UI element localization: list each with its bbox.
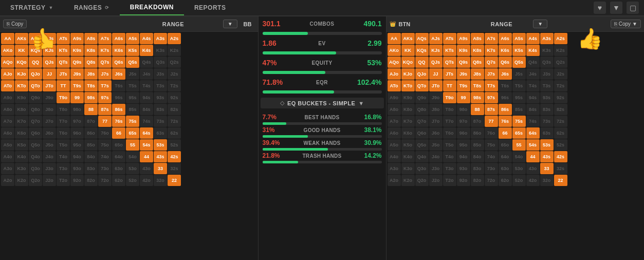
hand-cell[interactable]: J4o bbox=[429, 151, 443, 162]
hand-cell[interactable]: 99 bbox=[70, 92, 84, 103]
hand-cell[interactable]: A5s bbox=[512, 33, 526, 44]
hand-cell[interactable]: T3s bbox=[154, 80, 167, 91]
hand-cell[interactable]: Q2o bbox=[29, 175, 42, 186]
hand-cell[interactable]: 82o bbox=[84, 175, 98, 186]
hand-cell[interactable]: Q3o bbox=[29, 163, 42, 174]
hand-cell[interactable]: QJo bbox=[415, 68, 429, 80]
hand-cell[interactable]: 97s bbox=[98, 92, 112, 103]
hand-cell[interactable]: K6s bbox=[499, 45, 512, 56]
hand-cell[interactable]: Q4o bbox=[415, 151, 429, 162]
hand-cell[interactable]: A5o bbox=[388, 139, 401, 151]
hand-cell[interactable]: AJo bbox=[388, 68, 401, 80]
hand-cell[interactable]: 72o bbox=[485, 175, 498, 186]
hand-cell[interactable]: QJs bbox=[43, 57, 56, 68]
hand-cell[interactable]: K4s bbox=[526, 45, 540, 56]
hand-cell[interactable]: 92o bbox=[457, 175, 470, 186]
hand-cell[interactable]: J2s bbox=[168, 68, 181, 80]
hand-cell[interactable]: A8s bbox=[84, 33, 98, 44]
hand-cell[interactable]: 94s bbox=[526, 92, 540, 103]
hand-cell[interactable]: 92s bbox=[168, 92, 181, 103]
hand-cell[interactable]: QTo bbox=[415, 80, 429, 91]
hand-cell[interactable]: J9s bbox=[457, 68, 470, 80]
hand-cell[interactable]: 53o bbox=[126, 163, 139, 174]
hand-cell[interactable]: J7o bbox=[429, 116, 443, 127]
hand-cell[interactable]: K7o bbox=[401, 116, 415, 127]
hand-cell[interactable]: 95s bbox=[126, 92, 139, 103]
hand-cell[interactable]: Q8o bbox=[415, 104, 429, 115]
hand-cell[interactable]: KTs bbox=[57, 45, 70, 56]
hand-cell[interactable]: J9o bbox=[429, 92, 443, 103]
hand-cell[interactable]: 94s bbox=[140, 92, 153, 103]
hand-cell[interactable]: 63s bbox=[540, 127, 554, 139]
hand-cell[interactable]: A5o bbox=[1, 139, 14, 151]
hand-cell[interactable]: T9s bbox=[457, 80, 470, 91]
hand-cell[interactable]: 97o bbox=[70, 116, 84, 127]
hand-cell[interactable]: 87s bbox=[485, 104, 498, 115]
heart-icon[interactable]: ♥ bbox=[594, 2, 606, 14]
hand-cell[interactable]: 66 bbox=[112, 127, 125, 139]
hand-cell[interactable]: Q6s bbox=[499, 57, 512, 68]
hand-cell[interactable]: 93o bbox=[457, 163, 470, 174]
hand-cell[interactable]: Q9o bbox=[29, 92, 42, 103]
hand-cell[interactable]: T9s bbox=[70, 80, 84, 91]
hand-cell[interactable]: T5o bbox=[57, 139, 70, 151]
hand-cell[interactable]: 95o bbox=[457, 139, 470, 151]
hand-cell[interactable]: J2o bbox=[429, 175, 443, 186]
hand-cell[interactable]: QTs bbox=[57, 57, 70, 68]
hand-cell[interactable]: A9o bbox=[388, 92, 401, 103]
hand-cell[interactable]: KTs bbox=[443, 45, 456, 56]
hand-cell[interactable]: Q7s bbox=[98, 57, 112, 68]
hand-cell[interactable]: Q9s bbox=[70, 57, 84, 68]
hand-cell[interactable]: 75s bbox=[512, 116, 526, 127]
hand-cell[interactable]: J3o bbox=[43, 163, 56, 174]
hand-cell[interactable]: Q7o bbox=[415, 116, 429, 127]
hand-cell[interactable]: QTs bbox=[443, 57, 456, 68]
hand-cell[interactable]: A4s bbox=[140, 33, 153, 44]
hand-cell[interactable]: 74o bbox=[98, 151, 112, 162]
hand-cell[interactable]: T4o bbox=[443, 151, 456, 162]
window-icon[interactable]: ▢ bbox=[627, 2, 639, 14]
right-copy-button[interactable]: ⎘ Copy ▼ bbox=[611, 20, 641, 28]
hand-cell[interactable]: AJo bbox=[1, 68, 14, 80]
hand-cell[interactable]: ATs bbox=[57, 33, 70, 44]
hand-cell[interactable]: 97s bbox=[485, 92, 498, 103]
hand-cell[interactable]: K3s bbox=[154, 45, 167, 56]
hand-cell[interactable]: 85s bbox=[512, 104, 526, 115]
hand-cell[interactable]: JTo bbox=[43, 80, 56, 91]
hand-cell[interactable]: 86s bbox=[112, 104, 125, 115]
hand-cell[interactable]: KJs bbox=[429, 45, 443, 56]
hand-cell[interactable]: 32s bbox=[554, 163, 567, 174]
hand-cell[interactable]: J6s bbox=[112, 68, 125, 80]
hand-cell[interactable]: 85o bbox=[471, 139, 484, 151]
hand-cell[interactable]: 55 bbox=[512, 139, 526, 151]
hand-cell[interactable]: J6o bbox=[43, 127, 56, 139]
hand-cell[interactable]: Q6s bbox=[112, 57, 125, 68]
hand-cell[interactable]: 62s bbox=[554, 127, 567, 139]
hand-cell[interactable]: A5s bbox=[126, 33, 139, 44]
hand-cell[interactable]: Q9s bbox=[457, 57, 470, 68]
hand-cell[interactable]: 72o bbox=[98, 175, 112, 186]
hand-cell[interactable]: JTs bbox=[57, 68, 70, 80]
hand-cell[interactable]: Q2s bbox=[554, 57, 567, 68]
hand-cell[interactable]: 84s bbox=[526, 104, 540, 115]
hand-cell[interactable]: Q3s bbox=[540, 57, 554, 68]
hand-cell[interactable]: A7o bbox=[388, 116, 401, 127]
hand-cell[interactable]: 82o bbox=[471, 175, 484, 186]
hand-cell[interactable]: 64o bbox=[499, 151, 512, 162]
hand-cell[interactable]: A2o bbox=[388, 175, 401, 186]
hand-cell[interactable]: 33 bbox=[540, 163, 554, 174]
hand-cell[interactable]: K2o bbox=[401, 175, 415, 186]
hand-cell[interactable]: K5o bbox=[401, 139, 415, 151]
hand-cell[interactable]: J7o bbox=[43, 116, 56, 127]
nav-strategy[interactable]: STRATEGY ▼ bbox=[0, 0, 64, 15]
hand-cell[interactable]: KQs bbox=[415, 45, 429, 56]
hand-cell[interactable]: K8o bbox=[15, 104, 28, 115]
hand-cell[interactable]: AQs bbox=[415, 33, 429, 44]
hand-cell[interactable]: 65s bbox=[512, 127, 526, 139]
hand-cell[interactable]: QTo bbox=[29, 80, 42, 91]
hand-cell[interactable]: AQo bbox=[388, 57, 401, 68]
nav-breakdown[interactable]: BREAKDOWN bbox=[120, 0, 184, 15]
hand-cell[interactable]: T9o bbox=[57, 92, 70, 103]
hand-cell[interactable]: Q6o bbox=[415, 127, 429, 139]
hand-cell[interactable]: Q4s bbox=[140, 57, 153, 68]
